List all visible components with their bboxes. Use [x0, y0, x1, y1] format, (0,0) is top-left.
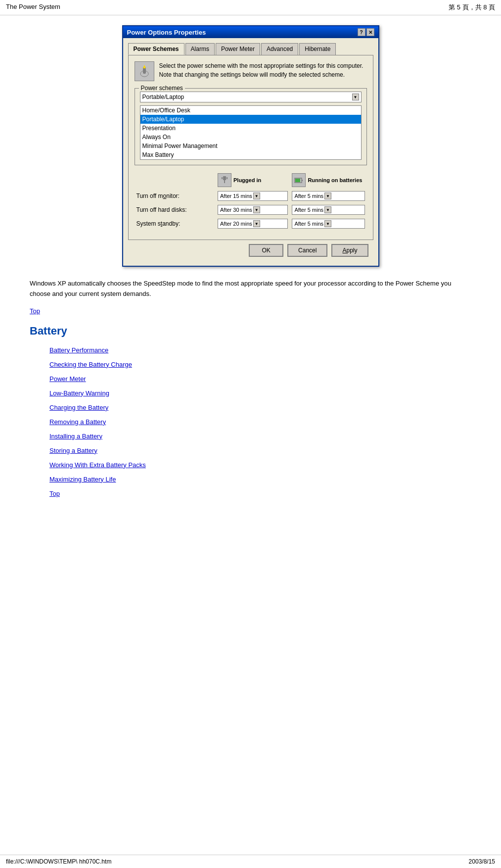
- nav-link-5[interactable]: Removing a Battery: [49, 418, 471, 426]
- plugged-icon: [218, 173, 231, 187]
- info-row: Select the power scheme with the most ap…: [135, 61, 367, 81]
- row-plugged-standby: After 20 mins ▼: [216, 217, 290, 231]
- power-options-dialog: Power Options Properties ? ✕ Power Schem…: [122, 25, 379, 267]
- scheme-list: Home/Office Desk Portable/Laptop Present…: [140, 105, 362, 160]
- apply-button[interactable]: Apply: [331, 244, 368, 257]
- power-schemes-group: Power schemes Portable/Laptop ▼ Home/Off…: [135, 88, 367, 165]
- row-plugged-harddisk: After 30 mins ▼: [216, 203, 290, 217]
- nav-link-2[interactable]: Power Meter: [49, 375, 471, 383]
- nav-link-8[interactable]: Working With Extra Battery Packs: [49, 461, 471, 469]
- dropdown-icon: ▼: [324, 193, 331, 199]
- battery-icon: [292, 173, 306, 187]
- tab-content: Select the power scheme with the most ap…: [128, 55, 373, 240]
- tabs-row: Power Schemes Alarms Power Meter Advance…: [128, 43, 373, 55]
- table-row-standby: System standby: After 20 mins ▼: [135, 217, 367, 231]
- scheme-item-4[interactable]: Minimal Power Management: [140, 142, 361, 150]
- dialog-body: Power Schemes Alarms Power Meter Advance…: [123, 38, 378, 266]
- dialog-titlebar: Power Options Properties ? ✕: [123, 26, 378, 38]
- svg-rect-3: [223, 176, 226, 180]
- tab-hibernate[interactable]: Hibernate: [299, 43, 336, 55]
- dropdown-icon: ▼: [324, 220, 331, 227]
- svg-rect-4: [224, 180, 225, 183]
- dialog-footer: OK Cancel Apply: [128, 240, 373, 261]
- tab-advanced[interactable]: Advanced: [261, 43, 298, 55]
- batteries-header: Running on batteries: [308, 177, 362, 183]
- row-label-standby: System standby:: [135, 217, 216, 231]
- plugged-header: Plugged in: [233, 177, 261, 183]
- tab-power-schemes[interactable]: Power Schemes: [128, 43, 184, 55]
- scheme-selected: Portable/Laptop: [142, 94, 184, 100]
- row-battery-standby: After 5 mins ▼: [290, 217, 366, 231]
- help-button[interactable]: ?: [358, 28, 365, 36]
- svg-marker-2: [143, 65, 146, 68]
- svg-rect-9: [295, 179, 300, 182]
- scheme-item-3[interactable]: Always On: [140, 133, 361, 142]
- nav-link-1[interactable]: Checking the Battery Charge: [49, 361, 471, 368]
- dropdown-icon: ▼: [253, 220, 260, 227]
- tab-power-meter[interactable]: Power Meter: [216, 43, 260, 55]
- scheme-item-1[interactable]: Portable/Laptop: [140, 115, 361, 124]
- scheme-dropdown[interactable]: Portable/Laptop ▼: [140, 92, 362, 102]
- dialog-wrapper: Power Options Properties ? ✕ Power Schem…: [30, 25, 471, 267]
- top-link-1[interactable]: Top: [30, 307, 40, 315]
- close-button[interactable]: ✕: [366, 28, 374, 36]
- tab-alarms[interactable]: Alarms: [185, 43, 215, 55]
- nav-link-0[interactable]: Battery Performance: [49, 346, 471, 354]
- scheme-item-0[interactable]: Home/Office Desk: [140, 106, 361, 115]
- dropdown-icon: ▼: [253, 206, 260, 213]
- standby-battery-dropdown[interactable]: After 5 mins ▼: [292, 219, 364, 229]
- svg-rect-8: [302, 180, 303, 181]
- dropdown-icon: ▼: [253, 193, 260, 199]
- monitor-battery-dropdown[interactable]: After 5 mins ▼: [292, 191, 364, 201]
- nav-link-4[interactable]: Charging the Battery: [49, 404, 471, 411]
- monitor-plugged-dropdown[interactable]: After 15 mins ▼: [218, 191, 288, 201]
- table-row-harddisk: Turn off hard disks: After 30 mins ▼: [135, 203, 367, 217]
- main-content: Power Options Properties ? ✕ Power Schem…: [0, 15, 501, 534]
- svg-rect-6: [227, 177, 228, 179]
- nav-link-6[interactable]: Installing a Battery: [49, 433, 471, 440]
- description-text: Windows XP automatically chooses the Spe…: [30, 279, 471, 299]
- header-title: The Power System: [6, 3, 60, 12]
- info-text: Select the power scheme with the most ap…: [159, 61, 367, 79]
- cancel-button[interactable]: Cancel: [287, 244, 327, 257]
- nav-link-3[interactable]: Low-Battery Warning: [49, 389, 471, 397]
- harddisk-plugged-dropdown[interactable]: After 30 mins ▼: [218, 205, 288, 215]
- header-page: 第 5 頁，共 8 頁: [449, 3, 495, 12]
- nav-link-10[interactable]: Top: [49, 490, 471, 497]
- nav-link-7[interactable]: Storing a Battery: [49, 447, 471, 454]
- table-row-monitor: Turn off monitor: After 15 mins ▼: [135, 189, 367, 203]
- scheme-item-2[interactable]: Presentation: [140, 124, 361, 133]
- dropdown-icon: ▼: [324, 206, 331, 213]
- row-battery-harddisk: After 5 mins ▼: [290, 203, 366, 217]
- settings-table: Plugged in: [135, 171, 367, 231]
- row-battery-monitor: After 5 mins ▼: [290, 189, 366, 203]
- titlebar-buttons: ? ✕: [358, 28, 374, 36]
- row-label-monitor: Turn off monitor:: [135, 189, 216, 203]
- footer-left: file:///C:\WINDOWS\TEMP\ hh070C.htm: [6, 858, 111, 865]
- header-bar: The Power System 第 5 頁，共 8 頁: [0, 0, 501, 15]
- row-label-harddisk: Turn off hard disks:: [135, 203, 216, 217]
- nav-link-9[interactable]: Maximizing Battery Life: [49, 476, 471, 483]
- row-plugged-monitor: After 15 mins ▼: [216, 189, 290, 203]
- dialog-title: Power Options Properties: [127, 29, 206, 36]
- svg-rect-5: [222, 177, 223, 179]
- ok-button[interactable]: OK: [249, 244, 283, 257]
- standby-plugged-dropdown[interactable]: After 20 mins ▼: [218, 219, 288, 229]
- power-icon: [135, 61, 154, 81]
- battery-heading: Battery: [30, 325, 471, 338]
- harddisk-battery-dropdown[interactable]: After 5 mins ▼: [292, 205, 364, 215]
- group-box-title: Power schemes: [139, 85, 185, 92]
- footer-right: 2003/8/15: [469, 858, 495, 865]
- footer-bar: file:///C:\WINDOWS\TEMP\ hh070C.htm 2003…: [0, 855, 501, 868]
- dropdown-arrow-icon: ▼: [352, 94, 359, 100]
- scheme-item-5[interactable]: Max Battery: [140, 150, 361, 159]
